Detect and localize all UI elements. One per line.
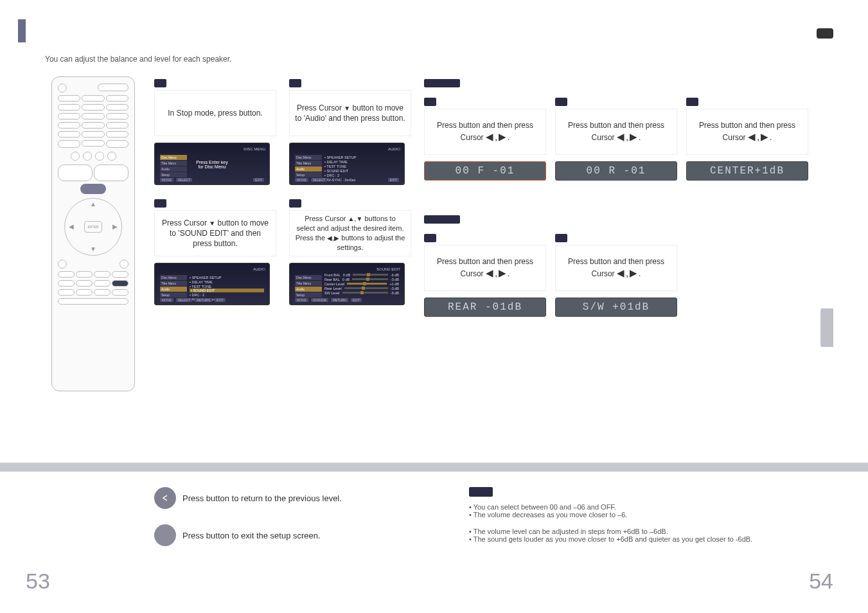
- osd-sidebar-item: Title Menu: [295, 161, 322, 166]
- step-text: Press Cursor button to move to 'SOUND ED…: [154, 210, 276, 256]
- cursor-left-right-icon: ◀,▶: [748, 131, 770, 142]
- display-rear-balance: 00 R -01: [555, 161, 677, 181]
- dvd-step-3: Press Cursor button to move to 'SOUND ED…: [154, 197, 276, 305]
- step-text: Press Cursor button to move to 'Audio' a…: [289, 90, 411, 136]
- step-text: In Stop mode, press button.: [154, 90, 276, 136]
- rear-balance-step: Press button and then press Cursor ◀,▶. …: [555, 95, 677, 181]
- osd-sidebar-item: Title Menu: [160, 161, 187, 166]
- osd-menu-item: • DELAY TIME: [190, 280, 264, 284]
- main-content: ▲ ▼ ◀ ▶ ENTER In Stop mode, press: [26, 76, 842, 391]
- section-tag: [424, 79, 460, 87]
- sw-level-step: Press button and then press Cursor ◀,▶. …: [555, 231, 677, 317]
- enter-button-icon: ENTER: [84, 221, 102, 233]
- osd-sidebar-item: Disc Menu: [295, 275, 322, 280]
- manual-spread: You can adjust the balance and level for…: [0, 0, 868, 613]
- right-top-marker: [817, 28, 833, 39]
- right-thumb-tab: [820, 308, 833, 347]
- exit-instruction: Press button to exit the setup screen.: [154, 524, 430, 546]
- step-number: [154, 79, 166, 87]
- exit-text: Press button to exit the setup screen.: [182, 531, 321, 540]
- osd-sidebar-item: Setup: [160, 292, 187, 298]
- osd-menu-item: • TEST TONE: [190, 284, 264, 289]
- display-sw-level: S/W +01dB: [555, 298, 677, 317]
- osd-menu-item: • SPEAKER SETUP: [190, 275, 264, 280]
- remote-column: ▲ ▼ ◀ ▶ ENTER: [45, 76, 141, 391]
- return-button-icon: [154, 487, 176, 509]
- note-item: You can select between 00 and –06 and OF…: [469, 503, 823, 511]
- dvd-step-2: Press Cursor button to move to 'Audio' a…: [289, 76, 411, 185]
- section-divider: [0, 463, 868, 472]
- step-text: Press button and then press Cursor ◀,▶.: [555, 245, 677, 291]
- osd-sidebar-item: Audio: [160, 287, 187, 292]
- step-text: Press Cursor , buttons to select and adj…: [289, 210, 411, 256]
- osd-menu-item: • SOUND EDIT: [324, 168, 399, 173]
- page-number-right: 54: [809, 569, 833, 594]
- osd-menu-item: • SPEAKER SETUP: [324, 155, 399, 159]
- note-tag: [469, 487, 493, 497]
- osd-title: SOUND EDIT: [376, 267, 400, 271]
- display-rear-level: REAR -01dB: [424, 298, 546, 317]
- step-number: [555, 98, 567, 106]
- cursor-down-icon: [356, 215, 362, 222]
- cursor-left-right-icon: ◀,▶: [486, 267, 508, 278]
- cursor-wheel-icon: ▲ ▼ ◀ ▶ ENTER: [64, 198, 122, 256]
- return-text: Press button to return to the previous l…: [182, 493, 342, 503]
- step-number: [289, 79, 301, 87]
- osd-sidebar-item: Audio: [295, 287, 322, 292]
- osd-sidebar-item: Disc Menu: [295, 155, 322, 160]
- osd-title: DISC MENU: [244, 147, 265, 151]
- osd-sidebar-item: Setup: [295, 292, 322, 298]
- step-number: [424, 98, 436, 106]
- cursor-left-right-icon: ◀,▶: [486, 131, 508, 142]
- remote-control-illustration: ▲ ▼ ◀ ▶ ENTER: [51, 76, 135, 391]
- center-level-step: Press button and then press Cursor ◀,▶. …: [686, 95, 808, 181]
- step-text: Press button and then press Cursor ◀,▶.: [555, 109, 677, 155]
- return-exit-block: Press button to return to the previous l…: [154, 487, 430, 562]
- osd-menu-item: • DRC : 2: [190, 292, 264, 297]
- dvd-step-1: In Stop mode, press button. DISC MENU Di…: [154, 76, 276, 185]
- note-item: The volume level can be adjusted in step…: [469, 528, 823, 535]
- osd-sidebar-item: Title Menu: [160, 281, 187, 286]
- cursor-left-right-icon: ◀,▶: [617, 131, 639, 142]
- osd-sidebar-item: Setup: [295, 172, 322, 177]
- step-text: Press button and then press Cursor ◀,▶.: [424, 109, 546, 155]
- cursor-up-icon: [348, 215, 355, 222]
- osd-audio: AUDIO Disc Menu Title Menu Audio Setup •…: [289, 143, 405, 185]
- rear-level-step: Press button and then press Cursor ◀,▶. …: [424, 231, 546, 317]
- step-number: [154, 199, 166, 208]
- osd-sidebar-item: Audio: [160, 166, 187, 172]
- section-tag: [424, 215, 460, 224]
- osd-title: AUDIO: [388, 147, 400, 151]
- note-list-level: The volume level can be adjusted in step…: [469, 528, 823, 543]
- step-number: [424, 234, 436, 242]
- osd-sidebar-item: Setup: [160, 172, 187, 177]
- front-balance-step: Press button and then press Cursor ◀,▶. …: [424, 95, 546, 181]
- display-front-balance: 00 F -01: [424, 161, 546, 181]
- intro-text: You can adjust the balance and level for…: [45, 55, 842, 64]
- osd-title: AUDIO: [253, 267, 265, 271]
- osd-audio-soundedit: AUDIO Disc Menu Title Menu Audio Setup •…: [154, 263, 270, 305]
- step-text: Press button and then press Cursor ◀,▶.: [424, 245, 546, 291]
- step-number: [555, 234, 567, 242]
- exit-button-icon: [154, 524, 176, 546]
- osd-sidebar-item: Disc Menu: [160, 155, 187, 160]
- osd-menu-item: • DELAY TIME: [324, 159, 399, 164]
- step-number: [686, 98, 698, 106]
- display-center-level: CENTER+1dB: [686, 161, 808, 181]
- osd-menu-item: • TEST TONE: [324, 164, 399, 168]
- osd-disc-menu: DISC MENU Disc Menu Title Menu Audio Set…: [154, 143, 270, 185]
- osd-menu-item: • DRC : 2: [324, 173, 399, 177]
- note-item: The sound gets louder as you move closer…: [469, 535, 823, 543]
- dvd-step-4: Press Cursor , buttons to select and adj…: [289, 197, 411, 305]
- notes-block: You can select between 00 and –06 and OF…: [469, 487, 823, 562]
- cursor-left-right-icon: ◀,▶: [617, 267, 639, 278]
- osd-sidebar-item: Title Menu: [295, 281, 322, 286]
- footer-zone: Press button to return to the previous l…: [0, 475, 868, 562]
- cursor-down-icon: [209, 218, 215, 227]
- step-number: [289, 199, 301, 208]
- osd-sidebar-item: Audio: [295, 166, 322, 172]
- note-list-balance: You can select between 00 and –06 and OF…: [469, 503, 823, 519]
- mp3-steps: Press button and then press Cursor ◀,▶. …: [424, 76, 842, 391]
- page-number-left: 53: [26, 569, 50, 594]
- dvd-steps: In Stop mode, press button. DISC MENU Di…: [154, 76, 411, 391]
